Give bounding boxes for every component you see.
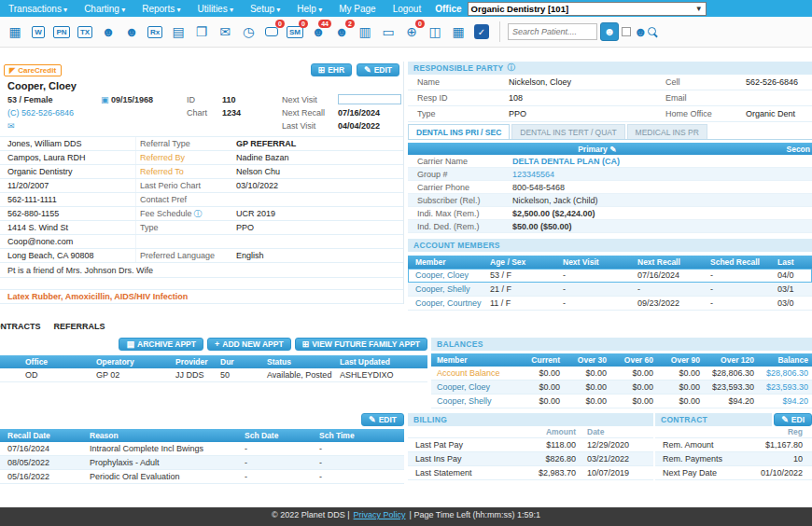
tab-contracts[interactable]: CONTRACTS (0, 322, 41, 331)
detail-row: Campos, Laura RDHReferred ByNadine Bazan (0, 151, 403, 165)
detail-row: Jones, William DDSReferral TypeGP REFERR… (0, 137, 403, 151)
menu-charting[interactable]: Charting (76, 4, 133, 14)
archive-icon: ▤ (126, 339, 134, 349)
account-member-row[interactable]: Cooper, Courtney 11 / F - 09/23/2022 - 0… (408, 297, 812, 311)
billing-date-header: Date (576, 427, 653, 436)
mail-icon[interactable]: ✉ (215, 21, 235, 42)
patient-edit-button[interactable]: ✎EDIT (357, 63, 399, 76)
id-value: 110 (222, 95, 282, 104)
detail-row: 1414 S. Wind StTypePPO (0, 221, 403, 235)
print-icon[interactable]: ▤ (168, 21, 189, 42)
menu-setup[interactable]: Setup (242, 4, 288, 14)
contract-edit-button[interactable]: ✎EDI (774, 413, 812, 426)
insurance-row: Carrier Phone800-548-5468 (408, 181, 812, 194)
info-icon[interactable]: ⓘ (508, 62, 516, 74)
tab-referrals[interactable]: REFERRALS (54, 322, 105, 331)
responsible-row: NameNickelson, Cloey Cell562-526-6846 (408, 75, 812, 90)
documents-icon[interactable]: ❐ (191, 21, 212, 42)
advanced-search-icon[interactable]: ☻ (634, 21, 658, 42)
email-icon[interactable]: ✉ (7, 121, 101, 131)
office-dropdown-value: Organic Dentistry [101] (471, 4, 569, 14)
appointment-row[interactable]: OD GP 02 JJ DDS 50 Available, Posted ASH… (0, 368, 427, 382)
rx-glyph: Rx (147, 26, 162, 38)
timeclock-icon[interactable]: ◷ (238, 21, 259, 42)
privacy-policy-link[interactable]: Privacy Policy (354, 510, 406, 519)
scheduler-icon[interactable]: ▦ (5, 21, 25, 42)
web-portal-icon[interactable]: ⊕0 (401, 21, 422, 42)
account-member-row[interactable]: Cooper, Shelly 21 / F - - - 03/1 (408, 283, 812, 297)
patient-notifications-icon[interactable]: ☻44 (308, 21, 329, 42)
secondary-insurance-header: Secon (786, 145, 812, 154)
detail-row: Coop@none.com (0, 235, 403, 249)
account-member-row[interactable]: Cooper, Cloey 53 / F - 07/16/2024 - 04/0 (408, 269, 812, 283)
contract-header: CONTRACT (655, 413, 772, 426)
toolbar-divider (499, 21, 500, 42)
office-dropdown[interactable]: Organic Dentistry [101] ▼ (468, 2, 707, 16)
chevron-down-icon: ▼ (695, 5, 703, 13)
patient-name: Cooper, Cloey (0, 78, 403, 93)
progress-notes-icon[interactable]: PN (51, 21, 72, 42)
recalls-section: ✎EDIT Recall Date Reason Sch Date Sch Ti… (0, 413, 404, 484)
patient-search-go-button[interactable]: ☻ (600, 22, 619, 41)
responsible-party-header: RESPONSIBLE PARTYⓘ (408, 62, 812, 75)
last-visit-label: Last Visit (282, 121, 338, 131)
week-view-icon[interactable]: W (28, 21, 49, 42)
chat-icon[interactable]: 0 (261, 21, 282, 42)
treatment-plans-icon[interactable]: TX (75, 21, 95, 42)
footer-bar: © 2022 Planet DDS | Privacy Policy | Pag… (0, 507, 812, 526)
menu-bar: Transactions Charting Reports Utilities … (0, 0, 812, 17)
menu-help[interactable]: Help (288, 4, 330, 14)
contract-reg-header: Reg (737, 427, 812, 436)
sms-badge: 0 (299, 20, 308, 28)
detail-row: Long Beach, CA 90808Preferred LanguageEn… (0, 249, 403, 263)
last-visit-value: 04/04/2022 (338, 121, 401, 131)
patients-badge: 44 (318, 20, 331, 28)
archive-appt-button[interactable]: ▤ARCHIVE APPT (119, 338, 203, 351)
search-option-checkbox[interactable] (622, 27, 631, 36)
menu-transactions[interactable]: Transactions (0, 4, 76, 14)
contract-row: Rem. Amount$1,167.80 (655, 438, 812, 452)
view-future-family-appt-button[interactable]: ⊞VIEW FUTURE FAMILY APPT (295, 338, 427, 351)
menu-utilities[interactable]: Utilities (189, 4, 241, 14)
medical-alerts: Latex Rubber, Amoxicillin, AIDS/HIV Infe… (0, 289, 403, 304)
ehr-button[interactable]: ⊞EHR (311, 63, 353, 76)
id-label: ID (187, 95, 222, 104)
patient-search-input[interactable] (508, 23, 597, 40)
reports-icon[interactable]: ▥ (355, 21, 375, 42)
secure-check-icon[interactable]: ✓ (471, 21, 492, 42)
fee-schedule-info-icon[interactable]: ⓘ (194, 208, 203, 220)
menu-logout[interactable]: Logout (385, 4, 430, 14)
contract-row: Rem. Payments10 (655, 452, 812, 466)
menu-reports[interactable]: Reports (133, 4, 189, 14)
calendar-check-icon[interactable]: ▦ (448, 21, 469, 42)
alerts-icon[interactable]: ☻2 (331, 21, 352, 42)
patient-lookup-icon[interactable]: ☻ (121, 21, 142, 42)
id-card-icon[interactable]: ▭ (378, 21, 399, 42)
ehr-icon: ⊞ (318, 65, 326, 75)
patient-cell-phone: (C) 562-526-6846 (7, 108, 101, 118)
billing-section: BILLING Amount Date Last Pat Pay$118.001… (408, 413, 653, 480)
balances-header: BALANCES (431, 338, 812, 351)
primary-edit-icon[interactable]: ✎ (609, 145, 616, 154)
recall-edit-button[interactable]: ✎EDIT (361, 413, 404, 426)
add-new-appt-button[interactable]: +ADD NEW APPT (207, 338, 291, 351)
sms-icon[interactable]: SM0 (285, 21, 305, 42)
detail-row: Organic DentistryReferred ToNelson Chu (0, 165, 403, 179)
responsible-row: Resp ID108 Email (408, 90, 812, 106)
billing-amount-header: Amount (509, 427, 576, 436)
pencil-icon: ✎ (364, 65, 371, 75)
billing-row: Last Ins Pay$826.8003/21/2022 (408, 452, 653, 466)
family-members-icon[interactable]: ☻ (98, 21, 119, 42)
patient-note: Pt is a friend of Mrs. Johnson Drs. Wife (0, 263, 403, 278)
balance-row: Account Balance $0.00 $0.00 $0.00 $0.00 … (431, 367, 812, 381)
tab-medical-ins-pri[interactable]: MEDICAL INS PR (627, 124, 707, 139)
office-building-icon[interactable]: ◫ (425, 21, 445, 42)
chart-value: 1234 (222, 108, 282, 118)
tab-dental-ins-pri-sec[interactable]: DENTAL INS PRI / SEC (408, 124, 510, 139)
contract-section: CONTRACT ✎EDI Reg Rem. Amount$1,167.80 R… (655, 413, 812, 480)
office-label: Office (429, 4, 467, 14)
tab-dental-ins-tert-quat[interactable]: DENTAL INS TERT / QUAT (511, 124, 624, 139)
prescriptions-icon[interactable]: Rx (145, 21, 165, 42)
carecredit-badge[interactable]: ◤ CareCredit (4, 64, 62, 76)
menu-my-page[interactable]: My Page (330, 4, 384, 14)
